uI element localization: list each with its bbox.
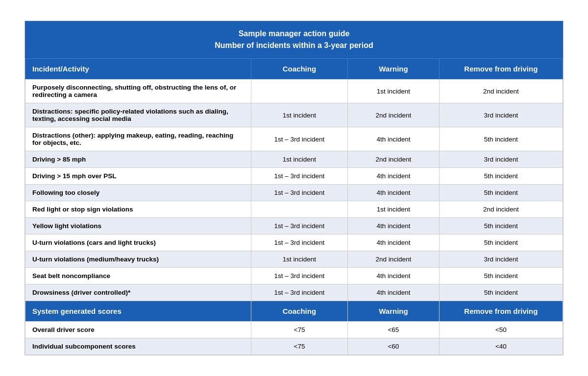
table-row: U-turn violations (medium/heavy trucks) … bbox=[25, 251, 563, 268]
header-col-warning: Warning bbox=[348, 59, 439, 79]
coaching-cell: 1st – 3rd incident bbox=[251, 127, 347, 151]
table-title: Sample manager action guide Number of in… bbox=[25, 21, 563, 58]
coaching-cell bbox=[251, 201, 347, 218]
header-col-coaching: Coaching bbox=[251, 59, 347, 79]
coaching-cell: 1st incident bbox=[251, 251, 347, 268]
warning-cell: 4th incident bbox=[348, 268, 439, 284]
warning-cell: 4th incident bbox=[348, 284, 439, 301]
activity-cell: Following too closely bbox=[25, 185, 251, 201]
section2-col3: Warning bbox=[348, 301, 439, 322]
table-row: Distractions: specific policy-related vi… bbox=[25, 103, 563, 127]
score-coaching-cell: <75 bbox=[251, 338, 347, 355]
title-line1: Sample manager action guide bbox=[30, 28, 558, 40]
coaching-cell bbox=[251, 79, 347, 103]
score-warning-cell: <65 bbox=[348, 322, 439, 338]
warning-cell: 2nd incident bbox=[348, 251, 439, 268]
main-table: Incident/Activity Coaching Warning Remov… bbox=[25, 58, 563, 355]
remove-cell: 5th incident bbox=[439, 268, 563, 284]
score-coaching-cell: <75 bbox=[251, 322, 347, 338]
main-table-body: Purposely disconnecting, shutting off, o… bbox=[25, 79, 563, 355]
table-row: Seat belt noncompliance 1st – 3rd incide… bbox=[25, 268, 563, 284]
warning-cell: 4th incident bbox=[348, 127, 439, 151]
warning-cell: 4th incident bbox=[348, 168, 439, 185]
coaching-cell: 1st – 3rd incident bbox=[251, 168, 347, 185]
warning-cell: 4th incident bbox=[348, 235, 439, 251]
remove-cell: 3rd incident bbox=[439, 151, 563, 168]
score-activity-cell: Individual subcomponent scores bbox=[25, 338, 251, 355]
activity-cell: Drowsiness (driver controlled)* bbox=[25, 284, 251, 301]
activity-cell: Driving > 15 mph over PSL bbox=[25, 168, 251, 185]
remove-cell: 2nd incident bbox=[439, 201, 563, 218]
header-col-activity: Incident/Activity bbox=[25, 59, 251, 79]
remove-cell: 3rd incident bbox=[439, 103, 563, 127]
table-row: Distractions (other): applying makeup, e… bbox=[25, 127, 563, 151]
table-row: Red light or stop sign violations 1st in… bbox=[25, 201, 563, 218]
remove-cell: 5th incident bbox=[439, 168, 563, 185]
activity-cell: Distractions: specific policy-related vi… bbox=[25, 103, 251, 127]
activity-cell: Driving > 85 mph bbox=[25, 151, 251, 168]
section2-header-row: System generated scores Coaching Warning… bbox=[25, 301, 563, 322]
section2-col2: Coaching bbox=[251, 301, 347, 322]
section2-col4: Remove from driving bbox=[439, 301, 563, 322]
table-row: Yellow light violations 1st – 3rd incide… bbox=[25, 218, 563, 235]
score-remove-cell: <50 bbox=[439, 322, 563, 338]
score-remove-cell: <40 bbox=[439, 338, 563, 355]
activity-cell: Purposely disconnecting, shutting off, o… bbox=[25, 79, 251, 103]
coaching-cell: 1st – 3rd incident bbox=[251, 185, 347, 201]
coaching-cell: 1st incident bbox=[251, 151, 347, 168]
warning-cell: 1st incident bbox=[348, 79, 439, 103]
score-row: Individual subcomponent scores <75 <60 <… bbox=[25, 338, 563, 355]
activity-cell: U-turn violations (cars and light trucks… bbox=[25, 235, 251, 251]
warning-cell: 2nd incident bbox=[348, 103, 439, 127]
activity-cell: U-turn violations (medium/heavy trucks) bbox=[25, 251, 251, 268]
activity-cell: Red light or stop sign violations bbox=[25, 201, 251, 218]
remove-cell: 5th incident bbox=[439, 218, 563, 235]
coaching-cell: 1st incident bbox=[251, 103, 347, 127]
coaching-cell: 1st – 3rd incident bbox=[251, 218, 347, 235]
score-activity-cell: Overall driver score bbox=[25, 322, 251, 338]
table-row: Driving > 85 mph 1st incident 2nd incide… bbox=[25, 151, 563, 168]
warning-cell: 4th incident bbox=[348, 185, 439, 201]
warning-cell: 1st incident bbox=[348, 201, 439, 218]
table-row: Following too closely 1st – 3rd incident… bbox=[25, 185, 563, 201]
remove-cell: 5th incident bbox=[439, 235, 563, 251]
score-row: Overall driver score <75 <65 <50 bbox=[25, 322, 563, 338]
remove-cell: 2nd incident bbox=[439, 79, 563, 103]
header-col-remove: Remove from driving bbox=[439, 59, 563, 79]
section2-col1: System generated scores bbox=[25, 301, 251, 322]
table-header-row: Incident/Activity Coaching Warning Remov… bbox=[25, 59, 563, 79]
remove-cell: 5th incident bbox=[439, 127, 563, 151]
score-warning-cell: <60 bbox=[348, 338, 439, 355]
activity-cell: Seat belt noncompliance bbox=[25, 268, 251, 284]
remove-cell: 5th incident bbox=[439, 185, 563, 201]
table-row: Drowsiness (driver controlled)* 1st – 3r… bbox=[25, 284, 563, 301]
coaching-cell: 1st – 3rd incident bbox=[251, 268, 347, 284]
coaching-cell: 1st – 3rd incident bbox=[251, 235, 347, 251]
coaching-cell: 1st – 3rd incident bbox=[251, 284, 347, 301]
warning-cell: 4th incident bbox=[348, 218, 439, 235]
table-row: Driving > 15 mph over PSL 1st – 3rd inci… bbox=[25, 168, 563, 185]
remove-cell: 3rd incident bbox=[439, 251, 563, 268]
activity-cell: Yellow light violations bbox=[25, 218, 251, 235]
title-line2: Number of incidents within a 3-year peri… bbox=[30, 40, 558, 51]
warning-cell: 2nd incident bbox=[348, 151, 439, 168]
table-row: Purposely disconnecting, shutting off, o… bbox=[25, 79, 563, 103]
activity-cell: Distractions (other): applying makeup, e… bbox=[25, 127, 251, 151]
remove-cell: 5th incident bbox=[439, 284, 563, 301]
table-row: U-turn violations (cars and light trucks… bbox=[25, 235, 563, 251]
manager-action-guide-container: Sample manager action guide Number of in… bbox=[24, 21, 564, 355]
